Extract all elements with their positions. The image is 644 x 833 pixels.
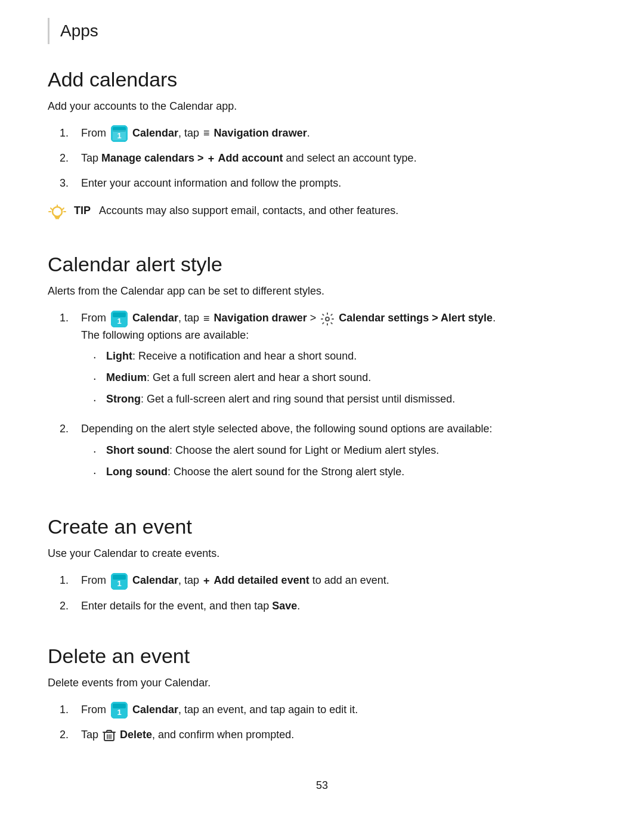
page-title: Apps <box>60 18 98 44</box>
section-add-calendars: Add calendars Add your accounts to the C… <box>48 68 596 223</box>
list-content: Enter details for the event, and then ta… <box>81 598 596 615</box>
section-desc-add-calendars: Add your accounts to the Calendar app. <box>48 98 596 114</box>
bullet-content: Strong: Get a full-screen alert and ring… <box>106 391 455 408</box>
tip-box: TIP Accounts may also support email, con… <box>48 203 596 223</box>
list-item: 1. From 1 Calendar, tap ≡ Navigation dra… <box>60 310 596 413</box>
bullet-dot: · <box>93 464 106 481</box>
bullet-dot: · <box>93 442 106 459</box>
short-sound-label: Short sound <box>106 444 169 456</box>
manage-calendars-label: Manage calendars > + Add account <box>101 152 283 164</box>
add-account-icon: + <box>208 151 215 168</box>
save-label: Save <box>272 600 297 612</box>
svg-text:1: 1 <box>117 131 121 140</box>
bullet-content: Light: Receive a notification and hear a… <box>106 348 357 365</box>
calendar-icon: 1 <box>111 573 128 590</box>
header-bar: Apps <box>48 12 596 44</box>
calendar-label: Calendar <box>132 127 178 139</box>
bullet-item: · Medium: Get a full screen alert and he… <box>93 370 596 386</box>
list-num: 2. <box>60 727 81 744</box>
add-detailed-event-label: Add detailed event <box>214 574 309 586</box>
svg-line-9 <box>63 208 64 210</box>
svg-rect-24 <box>107 730 112 732</box>
section-title-calendar-alert-style: Calendar alert style <box>48 253 596 276</box>
nav-drawer-icon: ≡ <box>203 311 210 327</box>
bullet-dot: · <box>93 370 106 386</box>
trash-icon <box>101 729 120 741</box>
section-desc-calendar-alert-style: Alerts from the Calendar app can be set … <box>48 283 596 299</box>
light-label: Light <box>106 350 132 362</box>
calendar-icon: 1 <box>111 125 128 142</box>
list-num: 2. <box>60 598 81 615</box>
list-num: 1. <box>60 125 81 142</box>
svg-text:1: 1 <box>117 317 121 326</box>
section-title-delete-event: Delete an event <box>48 645 596 668</box>
bullet-item: · Strong: Get a full-screen alert and ri… <box>93 391 596 408</box>
list-content: From 1 Calendar, tap + Add detailed even… <box>81 572 596 589</box>
list-num: 2. <box>60 150 81 167</box>
bullet-item: · Long sound: Choose the alert sound for… <box>93 464 596 481</box>
calendar-alert-list: 1. From 1 Calendar, tap ≡ Navigation dra… <box>60 310 596 485</box>
list-item: 1. From 1 Calendar, tap + Add detailed e… <box>60 572 596 589</box>
nav-drawer-icon: ≡ <box>203 125 210 142</box>
section-calendar-alert-style: Calendar alert style Alerts from the Cal… <box>48 253 596 485</box>
list-content: Enter your account information and follo… <box>81 175 596 192</box>
bullet-dot: · <box>93 348 106 365</box>
list-num: 1. <box>60 310 81 327</box>
svg-point-4 <box>52 207 62 216</box>
tip-text: TIP Accounts may also support email, con… <box>74 203 398 219</box>
create-event-list: 1. From 1 Calendar, tap + Add detailed e… <box>60 572 596 614</box>
calendar-label: Calendar <box>132 312 178 324</box>
list-content: From 1 Calendar, tap ≡ Navigation drawer… <box>81 310 596 413</box>
list-num: 1. <box>60 572 81 589</box>
nav-drawer-label: Navigation drawer <box>214 127 307 139</box>
list-content: Depending on the alert style selected ab… <box>81 421 596 485</box>
section-desc-create-event: Use your Calendar to create events. <box>48 546 596 562</box>
section-title-add-calendars: Add calendars <box>48 68 596 91</box>
svg-text:1: 1 <box>117 708 121 717</box>
bullet-content: Medium: Get a full screen alert and hear… <box>106 370 371 386</box>
section-delete-event: Delete an event Delete events from your … <box>48 645 596 744</box>
settings-icon <box>319 312 339 324</box>
bullet-content: Short sound: Choose the alert sound for … <box>106 442 439 459</box>
list-item: 3. Enter your account information and fo… <box>60 175 596 192</box>
calendar-settings-label: Calendar settings > Alert style <box>339 312 493 324</box>
list-num: 2. <box>60 421 81 438</box>
list-num: 3. <box>60 175 81 192</box>
alert-style-bullets: · Light: Receive a notification and hear… <box>93 348 596 408</box>
page-number: 53 <box>48 779 596 792</box>
calendar-icon: 1 <box>111 311 128 327</box>
section-title-create-event: Create an event <box>48 515 596 538</box>
long-sound-label: Long sound <box>106 466 168 478</box>
calendar-icon: 1 <box>111 702 128 719</box>
list-content: Tap Delete, and confirm when prompted. <box>81 727 596 744</box>
delete-event-list: 1. From 1 Calendar, tap an event, and ta… <box>60 702 596 744</box>
svg-line-8 <box>51 208 52 210</box>
tip-label: TIP <box>74 205 91 216</box>
list-content: From 1 Calendar, tap an event, and tap a… <box>81 702 596 719</box>
list-item: 2. Tap Manage calendars > + Add account … <box>60 150 596 167</box>
calendar-label: Calendar <box>132 574 178 586</box>
list-item: 1. From 1 Calendar, tap an event, and ta… <box>60 702 596 719</box>
list-content: Tap Manage calendars > + Add account and… <box>81 150 596 167</box>
section-desc-delete-event: Delete events from your Calendar. <box>48 675 596 691</box>
strong-label: Strong <box>106 393 141 405</box>
list-item: 2. Enter details for the event, and then… <box>60 598 596 615</box>
header-border <box>48 18 49 44</box>
bullet-dot: · <box>93 391 106 408</box>
bullet-item: · Short sound: Choose the alert sound fo… <box>93 442 596 459</box>
list-item: 1. From 1 Calendar, tap ≡ Navigation dra… <box>60 125 596 142</box>
bullet-item: · Light: Receive a notification and hear… <box>93 348 596 365</box>
svg-point-15 <box>326 317 329 321</box>
add-event-icon: + <box>203 573 210 590</box>
list-item: 2. Depending on the alert style selected… <box>60 421 596 485</box>
svg-text:1: 1 <box>117 579 121 588</box>
section-create-event: Create an event Use your Calendar to cre… <box>48 515 596 614</box>
calendar-label: Calendar <box>132 704 178 716</box>
page-container: Apps Add calendars Add your accounts to … <box>0 0 644 833</box>
delete-label: Delete <box>120 729 152 741</box>
bullet-content: Long sound: Choose the alert sound for t… <box>106 464 404 481</box>
nav-drawer-label: Navigation drawer <box>214 312 307 324</box>
list-content: From 1 Calendar, tap ≡ Navigation drawer… <box>81 125 596 142</box>
list-num: 1. <box>60 702 81 719</box>
list-item: 2. Tap Delete, and confirm when <box>60 727 596 744</box>
